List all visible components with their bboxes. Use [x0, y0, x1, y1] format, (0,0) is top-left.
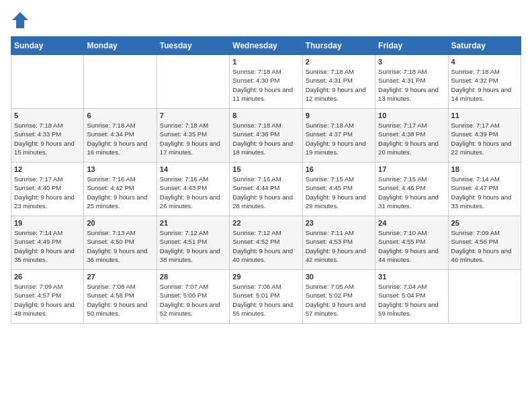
calendar-cell: 30Sunrise: 7:05 AM Sunset: 5:02 PM Dayli…: [302, 270, 375, 324]
calendar-cell: 29Sunrise: 7:06 AM Sunset: 5:01 PM Dayli…: [230, 270, 302, 324]
calendar-cell: 8Sunrise: 7:18 AM Sunset: 4:36 PM Daylig…: [230, 109, 302, 163]
day-info: Sunrise: 7:18 AM Sunset: 4:35 PM Dayligh…: [160, 121, 226, 156]
calendar-cell: 12Sunrise: 7:17 AM Sunset: 4:40 PM Dayli…: [11, 163, 84, 216]
calendar-cell: 15Sunrise: 7:16 AM Sunset: 4:44 PM Dayli…: [230, 163, 302, 216]
day-number: 17: [378, 165, 445, 173]
day-info: Sunrise: 7:09 AM Sunset: 4:56 PM Dayligh…: [451, 228, 518, 264]
calendar-cell: 21Sunrise: 7:12 AM Sunset: 4:51 PM Dayli…: [157, 216, 229, 270]
day-info: Sunrise: 7:15 AM Sunset: 4:46 PM Dayligh…: [378, 175, 445, 210]
day-info: Sunrise: 7:18 AM Sunset: 4:31 PM Dayligh…: [378, 67, 445, 103]
day-info: Sunrise: 7:18 AM Sunset: 4:32 PM Dayligh…: [451, 67, 518, 103]
calendar-cell: [11, 55, 84, 109]
day-number: 31: [378, 273, 445, 281]
day-info: Sunrise: 7:12 AM Sunset: 4:51 PM Dayligh…: [160, 228, 226, 264]
day-number: 10: [378, 111, 445, 120]
calendar-cell: 22Sunrise: 7:12 AM Sunset: 4:52 PM Dayli…: [230, 216, 302, 270]
calendar-cell: 20Sunrise: 7:13 AM Sunset: 4:50 PM Dayli…: [84, 216, 157, 270]
day-info: Sunrise: 7:15 AM Sunset: 4:45 PM Dayligh…: [306, 175, 372, 210]
day-info: Sunrise: 7:18 AM Sunset: 4:37 PM Dayligh…: [306, 121, 372, 156]
day-number: 3: [378, 58, 445, 66]
calendar-cell: 19Sunrise: 7:14 AM Sunset: 4:49 PM Dayli…: [11, 216, 84, 270]
day-number: 15: [232, 165, 299, 173]
day-info: Sunrise: 7:16 AM Sunset: 4:43 PM Dayligh…: [160, 175, 226, 210]
calendar-week-row: 19Sunrise: 7:14 AM Sunset: 4:49 PM Dayli…: [11, 216, 521, 270]
calendar-cell: 4Sunrise: 7:18 AM Sunset: 4:32 PM Daylig…: [448, 55, 521, 109]
day-info: Sunrise: 7:17 AM Sunset: 4:40 PM Dayligh…: [14, 175, 81, 210]
calendar-cell: 3Sunrise: 7:18 AM Sunset: 4:31 PM Daylig…: [375, 55, 448, 109]
day-number: 14: [160, 165, 226, 173]
calendar-table: SundayMondayTuesdayWednesdayThursdayFrid…: [11, 36, 521, 324]
calendar-cell: 7Sunrise: 7:18 AM Sunset: 4:35 PM Daylig…: [157, 109, 229, 163]
day-info: Sunrise: 7:05 AM Sunset: 5:02 PM Dayligh…: [306, 282, 372, 318]
day-number: 5: [14, 111, 81, 120]
calendar-cell: 28Sunrise: 7:07 AM Sunset: 5:00 PM Dayli…: [157, 270, 229, 324]
day-info: Sunrise: 7:17 AM Sunset: 4:39 PM Dayligh…: [451, 121, 518, 156]
day-info: Sunrise: 7:10 AM Sunset: 4:55 PM Dayligh…: [378, 228, 445, 264]
calendar-cell: 24Sunrise: 7:10 AM Sunset: 4:55 PM Dayli…: [375, 216, 448, 270]
weekday-header: Wednesday: [230, 37, 302, 55]
day-number: 26: [14, 273, 81, 281]
calendar-week-row: 1Sunrise: 7:18 AM Sunset: 4:30 PM Daylig…: [11, 55, 521, 109]
day-info: Sunrise: 7:11 AM Sunset: 4:53 PM Dayligh…: [306, 228, 372, 264]
day-number: 16: [306, 165, 372, 173]
day-info: Sunrise: 7:06 AM Sunset: 5:01 PM Dayligh…: [232, 282, 299, 318]
calendar-cell: 6Sunrise: 7:18 AM Sunset: 4:34 PM Daylig…: [84, 109, 157, 163]
day-number: 21: [160, 219, 226, 227]
calendar-week-row: 5Sunrise: 7:18 AM Sunset: 4:33 PM Daylig…: [11, 109, 521, 163]
day-info: Sunrise: 7:16 AM Sunset: 4:42 PM Dayligh…: [87, 175, 153, 210]
day-info: Sunrise: 7:04 AM Sunset: 5:04 PM Dayligh…: [378, 282, 445, 318]
day-number: 8: [232, 111, 299, 120]
calendar-cell: 9Sunrise: 7:18 AM Sunset: 4:37 PM Daylig…: [302, 109, 375, 163]
weekday-header: Friday: [375, 37, 448, 55]
day-number: 18: [451, 165, 518, 173]
day-number: 19: [14, 219, 81, 227]
day-number: 27: [87, 273, 153, 281]
day-info: Sunrise: 7:18 AM Sunset: 4:36 PM Dayligh…: [232, 121, 299, 156]
header: [11, 11, 521, 30]
calendar-cell: 25Sunrise: 7:09 AM Sunset: 4:56 PM Dayli…: [448, 216, 521, 270]
weekday-header: Monday: [84, 37, 157, 55]
day-info: Sunrise: 7:09 AM Sunset: 4:57 PM Dayligh…: [14, 282, 81, 318]
calendar-cell: 18Sunrise: 7:14 AM Sunset: 4:47 PM Dayli…: [448, 163, 521, 216]
day-number: 1: [232, 58, 299, 66]
calendar-cell: 23Sunrise: 7:11 AM Sunset: 4:53 PM Dayli…: [302, 216, 375, 270]
svg-marker-0: [12, 12, 28, 28]
calendar-cell: 5Sunrise: 7:18 AM Sunset: 4:33 PM Daylig…: [11, 109, 84, 163]
day-number: 7: [160, 111, 226, 120]
calendar-cell: 27Sunrise: 7:08 AM Sunset: 4:58 PM Dayli…: [84, 270, 157, 324]
calendar-week-row: 12Sunrise: 7:17 AM Sunset: 4:40 PM Dayli…: [11, 163, 521, 216]
calendar-cell: 1Sunrise: 7:18 AM Sunset: 4:30 PM Daylig…: [230, 55, 302, 109]
day-number: 20: [87, 219, 153, 227]
calendar-cell: [448, 270, 521, 324]
calendar-cell: [84, 55, 157, 109]
calendar-cell: 16Sunrise: 7:15 AM Sunset: 4:45 PM Dayli…: [302, 163, 375, 216]
day-number: 2: [306, 58, 372, 66]
day-number: 12: [14, 165, 81, 173]
logo: [11, 11, 31, 30]
calendar-cell: 31Sunrise: 7:04 AM Sunset: 5:04 PM Dayli…: [375, 270, 448, 324]
day-info: Sunrise: 7:18 AM Sunset: 4:34 PM Dayligh…: [87, 121, 153, 156]
weekday-header: Thursday: [302, 37, 375, 55]
day-number: 23: [306, 219, 372, 227]
day-number: 22: [232, 219, 299, 227]
day-number: 25: [451, 219, 518, 227]
day-info: Sunrise: 7:08 AM Sunset: 4:58 PM Dayligh…: [87, 282, 153, 318]
calendar-cell: [157, 55, 229, 109]
day-info: Sunrise: 7:18 AM Sunset: 4:30 PM Dayligh…: [232, 67, 299, 103]
day-number: 11: [451, 111, 518, 120]
day-info: Sunrise: 7:18 AM Sunset: 4:33 PM Dayligh…: [14, 121, 81, 156]
day-info: Sunrise: 7:13 AM Sunset: 4:50 PM Dayligh…: [87, 228, 153, 264]
calendar-cell: 26Sunrise: 7:09 AM Sunset: 4:57 PM Dayli…: [11, 270, 84, 324]
logo-icon: [11, 11, 30, 30]
day-info: Sunrise: 7:17 AM Sunset: 4:38 PM Dayligh…: [378, 121, 445, 156]
day-number: 30: [306, 273, 372, 281]
calendar-cell: 10Sunrise: 7:17 AM Sunset: 4:38 PM Dayli…: [375, 109, 448, 163]
day-info: Sunrise: 7:16 AM Sunset: 4:44 PM Dayligh…: [232, 175, 299, 210]
day-number: 6: [87, 111, 153, 120]
weekday-header: Sunday: [11, 37, 84, 55]
day-info: Sunrise: 7:18 AM Sunset: 4:31 PM Dayligh…: [306, 67, 372, 103]
day-number: 24: [378, 219, 445, 227]
day-info: Sunrise: 7:14 AM Sunset: 4:47 PM Dayligh…: [451, 175, 518, 210]
weekday-header-row: SundayMondayTuesdayWednesdayThursdayFrid…: [11, 37, 521, 55]
day-info: Sunrise: 7:07 AM Sunset: 5:00 PM Dayligh…: [160, 282, 226, 318]
